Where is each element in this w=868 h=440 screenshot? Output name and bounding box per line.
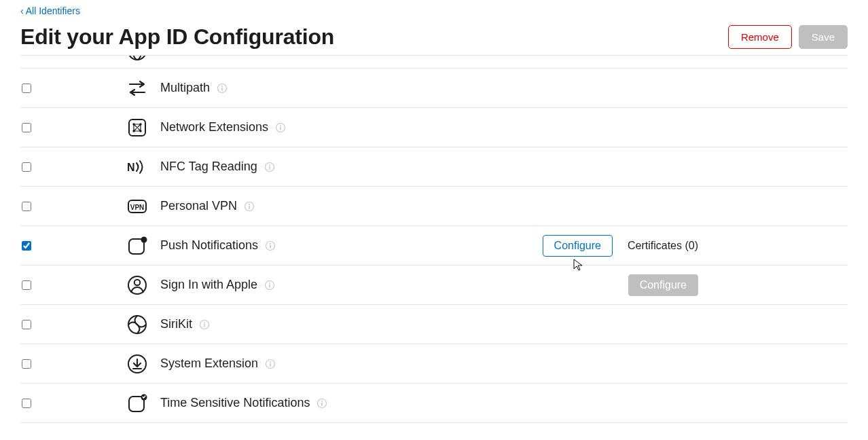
capability-checkbox[interactable]	[22, 241, 31, 251]
back-link-label: All Identifiers	[26, 5, 80, 16]
page-title: Edit your App ID Configuration	[20, 24, 334, 50]
capability-checkbox[interactable]	[22, 162, 31, 172]
capability-row-system-extension: System Extension	[20, 344, 848, 384]
capability-row-network-extensions: Network Extensions	[20, 108, 848, 147]
time-sensitive-notifications-icon	[126, 392, 148, 414]
header-actions: Remove Save	[728, 25, 848, 49]
capability-label: Personal VPN	[160, 199, 237, 213]
capability-checkbox[interactable]	[22, 399, 31, 408]
capability-row-nfc: NFC Tag Reading	[20, 147, 848, 187]
system-extension-icon	[126, 353, 148, 375]
multipath-icon	[126, 77, 148, 99]
nfc-icon	[126, 156, 148, 178]
capability-row-sign-in-with-apple: Sign In with Apple Configure	[20, 265, 848, 305]
info-icon[interactable]	[265, 240, 276, 251]
network-extensions-icon	[126, 117, 148, 139]
capability-checkbox[interactable]	[22, 280, 31, 290]
capability-row-mdm: MDM Managed Associated Domains	[20, 55, 848, 69]
capability-label: Sign In with Apple	[160, 278, 257, 292]
capability-row-personal-vpn: Personal VPN	[20, 187, 848, 226]
capability-checkbox[interactable]	[22, 359, 31, 369]
configure-button[interactable]: Configure	[543, 235, 613, 257]
capability-row-multipath: Multipath	[20, 69, 848, 108]
capability-label: SiriKit	[160, 317, 192, 331]
save-button: Save	[799, 25, 848, 49]
info-icon[interactable]	[217, 83, 228, 94]
info-icon[interactable]	[265, 359, 276, 369]
capability-label: Multipath	[160, 81, 210, 95]
breadcrumb: ‹ All Identifiers	[20, 0, 848, 16]
info-icon[interactable]	[275, 122, 286, 133]
sirikit-icon	[126, 314, 148, 335]
capability-checkbox[interactable]	[22, 202, 31, 211]
capability-row-time-sensitive-notifications: Time Sensitive Notifications	[20, 384, 848, 423]
mdm-icon	[126, 55, 148, 62]
capability-label: Time Sensitive Notifications	[160, 396, 310, 410]
vpn-icon	[126, 196, 148, 217]
capability-checkbox[interactable]	[22, 84, 31, 93]
configure-button-disabled: Configure	[628, 274, 698, 296]
capability-checkbox[interactable]	[22, 123, 31, 132]
info-icon[interactable]	[264, 280, 275, 291]
certificates-count: Certificates (0)	[628, 240, 698, 252]
remove-button[interactable]: Remove	[728, 25, 792, 49]
info-icon[interactable]	[317, 398, 327, 409]
capability-label: NFC Tag Reading	[160, 160, 257, 174]
back-link[interactable]: ‹ All Identifiers	[20, 5, 80, 16]
capability-row-sirikit: SiriKit	[20, 305, 848, 344]
info-icon[interactable]	[244, 201, 255, 212]
capability-row-push-notifications: Push Notifications Configure Certificate…	[20, 226, 848, 265]
page-header: Edit your App ID Configuration Remove Sa…	[20, 24, 848, 50]
info-icon[interactable]	[199, 319, 210, 330]
capability-label: Network Extensions	[160, 120, 268, 134]
info-icon[interactable]	[264, 162, 275, 172]
capability-label: System Extension	[160, 356, 258, 371]
sign-in-with-apple-icon	[126, 274, 148, 296]
push-notifications-icon	[126, 235, 148, 257]
capability-list: MDM Managed Associated Domains Multipath…	[20, 55, 848, 423]
capability-checkbox[interactable]	[22, 320, 31, 329]
capability-label: Push Notifications	[160, 238, 258, 253]
